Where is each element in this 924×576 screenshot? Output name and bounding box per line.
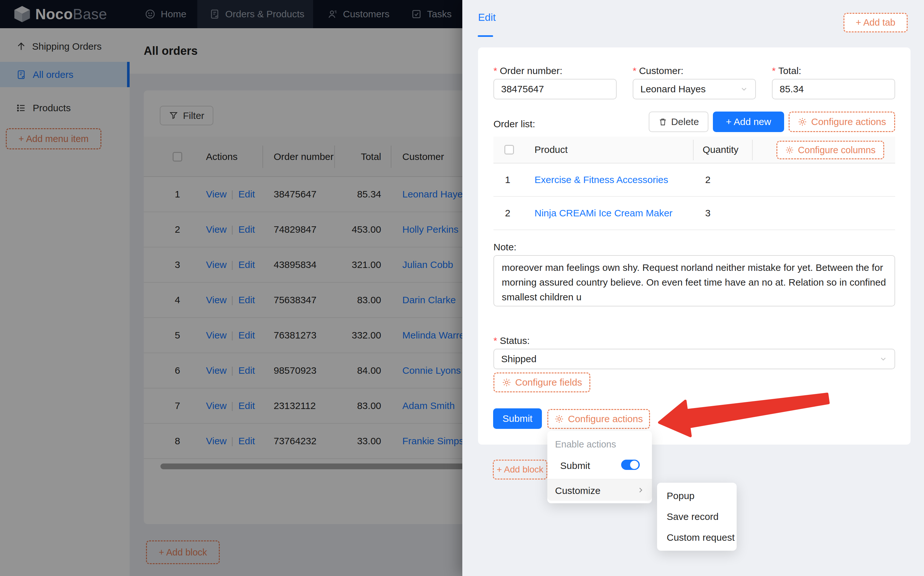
status-label: *Status: — [493, 335, 530, 346]
required-asterisk: * — [772, 66, 776, 76]
menu-item-submit[interactable]: Submit — [560, 460, 590, 471]
delete-button[interactable]: Delete — [649, 112, 708, 132]
order-list-subtable: Product Quantity Configure columns 1 Exe… — [493, 136, 895, 230]
menu-item-customize[interactable]: Customize — [547, 480, 652, 501]
required-asterisk: * — [633, 66, 637, 76]
add-tab-button[interactable]: + Add tab — [844, 13, 908, 32]
column-divider — [752, 140, 753, 160]
configure-columns-button[interactable]: Configure columns — [776, 141, 884, 159]
customize-submenu: Popup Save record Custom request — [657, 483, 736, 551]
note-label: Note: — [493, 242, 517, 253]
row-index: 2 — [505, 208, 510, 219]
customer-label: *Customer: — [633, 66, 683, 76]
enable-actions-group-label: Enable actions — [555, 439, 616, 450]
column-header-quantity[interactable]: Quantity — [703, 144, 739, 155]
total-label: *Total: — [772, 66, 801, 76]
delete-label: Delete — [671, 116, 699, 127]
column-header-product[interactable]: Product — [534, 144, 568, 155]
chevron-right-icon — [637, 486, 645, 494]
gear-icon — [797, 117, 807, 126]
order-number-input[interactable]: 38475647 — [493, 79, 617, 99]
customize-label: Customize — [555, 485, 601, 496]
configure-actions-button-form[interactable]: Configure actions — [547, 409, 650, 429]
add-new-label: + Add new — [726, 116, 771, 127]
chevron-down-icon — [740, 85, 748, 93]
chevron-down-icon — [879, 355, 887, 363]
submit-button[interactable]: Submit — [493, 408, 542, 429]
gear-icon — [554, 414, 564, 424]
row-index: 1 — [505, 174, 510, 185]
add-block-button-drawer[interactable]: + Add block — [493, 460, 547, 480]
screen: NocoBase Home Orders & Products Customer… — [0, 0, 924, 576]
submit-toggle[interactable] — [621, 460, 640, 470]
status-select[interactable]: Shipped — [493, 349, 895, 369]
drawer-mask[interactable] — [0, 0, 462, 576]
subtable-row: 1 Exercise & Fitness Accessories 2 — [493, 163, 895, 197]
order-number-label: *Order number: — [493, 66, 562, 76]
order-list-label: Order list: — [493, 118, 535, 130]
product-link[interactable]: Ninja CREAMi Ice Cream Maker — [534, 208, 672, 219]
gear-icon — [502, 378, 512, 387]
submenu-item[interactable]: Custom request — [657, 527, 736, 548]
total-input[interactable]: 85.34 — [772, 79, 895, 99]
subtable-row: 2 Ninja CREAMi Ice Cream Maker 3 — [493, 197, 895, 230]
toggle-knob — [630, 461, 638, 469]
required-asterisk: * — [493, 335, 497, 346]
product-link[interactable]: Exercise & Fitness Accessories — [534, 174, 668, 185]
column-divider — [693, 140, 694, 160]
submenu-item[interactable]: Save record — [657, 506, 736, 527]
submenu-item[interactable]: Popup — [657, 485, 736, 506]
gear-icon — [785, 146, 794, 155]
tab-active-underline — [478, 35, 493, 37]
quantity-cell: 2 — [705, 174, 711, 185]
subtable-select-all-checkbox[interactable] — [504, 145, 514, 155]
edit-form-block: *Order number: *Customer: *Total: 384756… — [478, 48, 911, 445]
tab-edit[interactable]: Edit — [478, 11, 496, 23]
quantity-cell: 3 — [705, 208, 711, 219]
configure-actions-dropdown: Enable actions Submit Customize — [547, 431, 652, 503]
trash-icon — [658, 117, 667, 126]
configure-actions-button-orderlist[interactable]: Configure actions — [789, 112, 895, 132]
required-asterisk: * — [493, 66, 497, 76]
note-textarea[interactable]: moreover man feelings own shy. Request n… — [493, 255, 895, 306]
add-new-button[interactable]: + Add new — [713, 112, 784, 132]
subtable-header: Product Quantity Configure columns — [493, 136, 895, 163]
configure-fields-button[interactable]: Configure fields — [493, 373, 590, 392]
add-tab-label: + Add tab — [856, 17, 895, 28]
customer-select[interactable]: Leonard Hayes — [633, 79, 756, 99]
